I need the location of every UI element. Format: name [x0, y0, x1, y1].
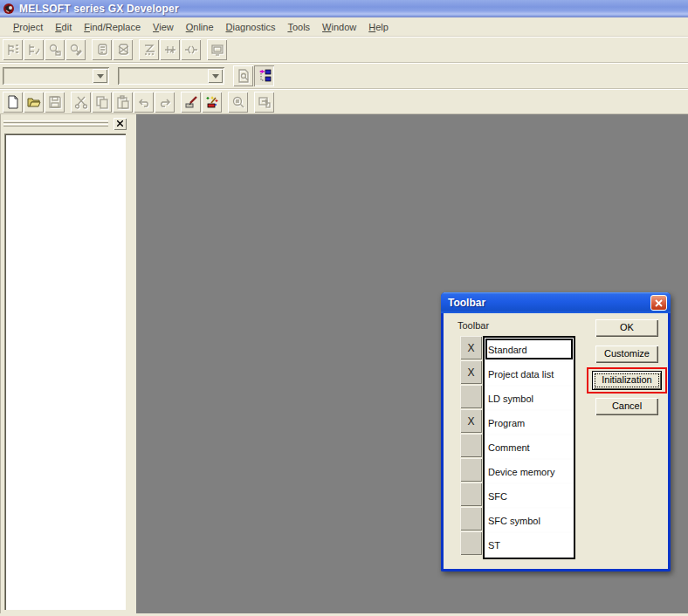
list-item-comment[interactable]: Comment: [485, 435, 574, 460]
list-item-project-data-list[interactable]: Project data list: [485, 362, 574, 387]
list-item-device-memory[interactable]: Device memory: [485, 460, 574, 484]
paste-icon[interactable]: [113, 92, 133, 113]
search-device-icon[interactable]: [45, 39, 65, 60]
close-icon[interactable]: [114, 118, 127, 130]
dialog-title: Toolbar: [448, 297, 650, 309]
cut-scissors-icon[interactable]: [71, 92, 91, 113]
menubar: Project Edit Find/Replace View Online Di…: [0, 17, 688, 37]
menu-diagnostics[interactable]: Diagnostics: [220, 20, 282, 34]
checkbox-project-data-list[interactable]: X: [460, 360, 482, 384]
panel-divider: [129, 114, 136, 613]
toolbar-standard: [0, 89, 688, 114]
app-window: MELSOFT series GX Developer Project Edit…: [0, 0, 688, 616]
open-folder-icon[interactable]: [24, 92, 44, 113]
menu-project[interactable]: Project: [7, 20, 49, 34]
toolbar-program: [0, 63, 688, 89]
copy-icon[interactable]: [92, 92, 112, 113]
project-tree-panel: [0, 114, 129, 613]
toolbar-checkbox-column: X X X: [460, 336, 483, 556]
monitor-window-icon[interactable]: [207, 39, 227, 60]
checkbox-comment[interactable]: [460, 434, 482, 457]
project-tree-list[interactable]: [4, 133, 126, 610]
ladder-monitor-icon[interactable]: [160, 39, 180, 60]
checkbox-st[interactable]: [460, 531, 482, 555]
program-combobox[interactable]: [3, 67, 109, 85]
window-title: MELSOFT series GX Developer: [19, 3, 179, 15]
melsoft-app-icon: [3, 3, 16, 16]
menu-view[interactable]: View: [147, 20, 180, 34]
project-data-list-icon[interactable]: [254, 65, 274, 86]
toolbar-name-list: Standard Project data list LD symbol Pro…: [483, 336, 575, 559]
project-tree-panel-header[interactable]: [1, 114, 129, 133]
save-floppy-icon[interactable]: [45, 92, 65, 113]
toolbar-ladder: [0, 37, 688, 63]
menu-tools[interactable]: Tools: [281, 20, 316, 34]
find-document-icon[interactable]: [233, 65, 253, 86]
program-combobox-value: [3, 67, 93, 85]
ladder-zoom-icon[interactable]: [139, 39, 159, 60]
menu-online[interactable]: Online: [180, 20, 220, 34]
device-test-icon[interactable]: [181, 39, 201, 60]
panel-gripper[interactable]: [3, 120, 108, 127]
menu-find-replace[interactable]: Find/Replace: [78, 20, 147, 34]
customize-button[interactable]: Customize: [595, 346, 658, 363]
annotation-highlight-rectangle: [587, 367, 667, 394]
ladder-edit-pencil-icon[interactable]: [181, 92, 201, 113]
plc-write-icon[interactable]: [113, 39, 133, 60]
step-combobox-value: [118, 67, 208, 85]
menu-edit[interactable]: Edit: [49, 20, 78, 34]
list-item-sfc[interactable]: SFC: [485, 484, 574, 509]
find-magnifier-icon[interactable]: [228, 92, 248, 113]
titlebar: MELSOFT series GX Developer: [0, 0, 688, 17]
list-item-sfc-symbol[interactable]: SFC symbol: [485, 509, 574, 533]
menu-help[interactable]: Help: [362, 20, 395, 34]
checkbox-ld-symbol[interactable]: [460, 385, 482, 408]
list-item-ld-symbol[interactable]: LD symbol: [485, 387, 574, 411]
ladder-branch-icon[interactable]: [3, 39, 23, 60]
dialog-titlebar: Toolbar: [441, 292, 671, 313]
cancel-button[interactable]: Cancel: [595, 398, 658, 415]
checkbox-program[interactable]: X: [460, 409, 482, 433]
chevron-down-icon[interactable]: [208, 69, 223, 83]
checkbox-standard[interactable]: X: [460, 336, 482, 359]
dialog-client: Toolbar X X X Standard Project data list…: [444, 313, 668, 569]
screen-transfer-icon[interactable]: [254, 92, 274, 113]
checkbox-sfc-symbol[interactable]: [460, 507, 482, 530]
search-edit-icon[interactable]: [65, 39, 86, 60]
menu-window[interactable]: Window: [316, 20, 362, 34]
toolbar-group-label: Toolbar: [458, 320, 489, 331]
checkbox-sfc[interactable]: [460, 483, 482, 506]
ok-button[interactable]: OK: [595, 319, 658, 337]
ladder-wand-icon[interactable]: [202, 92, 222, 113]
new-file-icon[interactable]: [3, 92, 23, 113]
step-combobox[interactable]: [118, 67, 224, 85]
toolbar-dialog: Toolbar Toolbar X X X Standard Project d…: [441, 292, 671, 572]
plc-read-icon[interactable]: [92, 39, 112, 60]
list-item-program[interactable]: Program: [485, 411, 574, 435]
undo-icon[interactable]: [134, 92, 154, 113]
close-icon[interactable]: [650, 295, 667, 311]
ladder-branch-edit-icon[interactable]: [24, 39, 44, 60]
chevron-down-icon[interactable]: [93, 69, 107, 83]
list-item-standard[interactable]: Standard: [485, 338, 574, 362]
list-item-st[interactable]: ST: [485, 533, 574, 558]
checkbox-device-memory[interactable]: [460, 458, 482, 482]
redo-icon[interactable]: [155, 92, 175, 113]
